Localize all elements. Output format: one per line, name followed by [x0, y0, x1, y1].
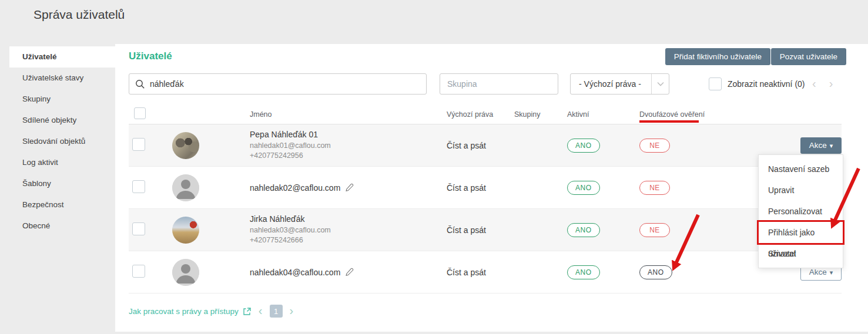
user-management-page: { "app": { "title": "Správa uživatelů" }… — [0, 0, 868, 334]
help-link[interactable]: Jak pracovat s právy a přístupy — [129, 307, 252, 316]
row-checkbox[interactable] — [132, 138, 145, 151]
user-email: nahledak03@caflou.com — [250, 225, 441, 235]
actions-dropdown-menu: Nastavení sazeb Upravit Personalizovat P… — [758, 154, 843, 268]
person-icon — [172, 259, 199, 286]
pencil-icon[interactable] — [345, 268, 354, 276]
user-phone: +420775242666 — [250, 235, 441, 245]
column-header-twofa: Dvoufázové ověření — [632, 110, 720, 119]
section-heading: Uživatelé — [129, 50, 172, 62]
table-row: Jirka Náhleďák nahledak03@caflou.com +42… — [129, 209, 842, 251]
sidebar: Uživatelé Uživatelské stavy Skupiny Sdíl… — [0, 46, 115, 237]
table-row: Pepa Náhleďák 01 nahledak01@caflou.com +… — [129, 124, 842, 167]
twofa-badge: NE — [639, 181, 670, 195]
menu-item-prihlasit-jako-uzivatel[interactable]: Přihlásit jako uživatel — [759, 222, 843, 243]
chevron-left-icon[interactable]: ‹ — [812, 77, 816, 90]
chevron-down-icon — [651, 74, 669, 94]
person-icon — [172, 174, 199, 201]
pencil-icon[interactable] — [345, 183, 354, 192]
chevron-left-icon[interactable]: ‹ — [259, 304, 263, 317]
user-name: Jirka Náhleďák — [250, 214, 441, 224]
sidebar-item-sdilene-objekty[interactable]: Sdílené objekty — [0, 110, 115, 131]
row-checkbox[interactable] — [132, 222, 145, 235]
sidebar-item-uzivatelske-stavy[interactable]: Uživatelské stavy — [0, 68, 115, 89]
table-header-row: Jméno Výchozí práva Skupiny Aktivní Dvou… — [129, 104, 842, 124]
user-name: Pepa Náhleďák 01 — [250, 130, 441, 139]
menu-item-personalizovat[interactable]: Personalizovat — [759, 201, 843, 222]
avatar — [172, 217, 199, 244]
menu-item-upravit[interactable]: Upravit — [759, 180, 843, 201]
sidebar-item-sablony[interactable]: Šablony — [0, 173, 115, 194]
show-inactive-wrap: Zobrazit neaktivní (0) — [709, 77, 805, 90]
search-input[interactable] — [150, 79, 426, 89]
sidebar-item-bezpecnost[interactable]: Bezpečnost — [0, 194, 115, 215]
user-rights: Číst a psát — [441, 225, 509, 235]
sidebar-item-sledovani-objektu[interactable]: Sledování objektů — [0, 131, 115, 152]
show-inactive-label: Zobrazit neaktivní (0) — [728, 79, 805, 89]
column-header-name: Jméno — [244, 110, 441, 119]
active-badge: ANO — [567, 265, 600, 279]
user-phone: +420775242956 — [250, 151, 441, 161]
default-rights-selected-value: - Výchozí práva - — [571, 79, 651, 89]
add-fictional-user-button[interactable]: Přidat fiktivního uživatele — [665, 48, 770, 65]
select-all-checkbox[interactable] — [134, 107, 146, 119]
users-table: Jméno Výchozí práva Skupiny Aktivní Dvou… — [129, 104, 842, 293]
content-panel: Uživatelé Přidat fiktivního uživatele Po… — [115, 44, 868, 332]
show-inactive-checkbox[interactable] — [709, 77, 722, 90]
twofa-badge: ANO — [639, 265, 672, 279]
chevron-right-icon[interactable]: › — [290, 304, 294, 317]
sidebar-item-obecne[interactable]: Obecné — [0, 215, 115, 237]
top-pagination: ‹ › — [812, 77, 850, 90]
chevron-right-icon[interactable]: › — [829, 77, 833, 90]
column-header-groups: Skupiny — [509, 110, 562, 119]
avatar — [172, 132, 199, 159]
avatar — [172, 259, 199, 286]
sidebar-item-skupiny[interactable]: Skupiny — [0, 89, 115, 110]
column-header-rights: Výchozí práva — [441, 110, 509, 119]
user-rights: Číst a psát — [441, 183, 509, 193]
page-title: Správa uživatelů — [33, 8, 125, 22]
search-box — [129, 73, 427, 95]
page-number[interactable]: 1 — [270, 305, 283, 318]
caret-down-icon: ▾ — [830, 142, 833, 149]
default-rights-select[interactable]: - Výchozí práva - — [570, 73, 669, 95]
twofa-badge: NE — [639, 139, 670, 153]
table-footer: Jak pracovat s právy a přístupy ‹ 1 › — [129, 305, 293, 318]
user-email: nahledak01@caflou.com — [250, 141, 441, 151]
invite-user-button[interactable]: Pozvat uživatele — [771, 48, 846, 65]
active-badge: ANO — [567, 223, 600, 237]
caret-down-icon: ▾ — [830, 269, 833, 276]
table-row: nahledak04@caflou.com Číst a psát ANO AN… — [129, 251, 842, 293]
avatar — [172, 174, 199, 201]
search-icon — [135, 79, 145, 89]
user-email: nahledak02@caflou.com — [250, 183, 340, 193]
table-row: nahledak02@caflou.com Číst a psát ANO NE — [129, 167, 842, 209]
column-header-active: Aktivní — [562, 110, 632, 119]
sidebar-item-uzivatele[interactable]: Uživatelé — [9, 46, 115, 68]
sidebar-item-log-aktivit[interactable]: Log aktivit — [0, 152, 115, 173]
row-checkbox[interactable] — [132, 265, 145, 278]
group-filter-input[interactable] — [440, 73, 558, 95]
twofa-badge: NE — [639, 223, 670, 237]
active-badge: ANO — [567, 181, 600, 195]
active-badge: ANO — [567, 139, 600, 153]
user-rights: Číst a psát — [441, 141, 509, 150]
menu-item-nastaveni-sazeb[interactable]: Nastavení sazeb — [759, 158, 843, 180]
row-checkbox[interactable] — [132, 180, 145, 193]
row-actions-button[interactable]: Akce▾ — [800, 137, 842, 154]
user-rights: Číst a psát — [441, 268, 509, 277]
annotation-red-underline — [639, 120, 699, 123]
user-email: nahledak04@caflou.com — [250, 268, 340, 277]
external-link-icon — [243, 307, 252, 316]
